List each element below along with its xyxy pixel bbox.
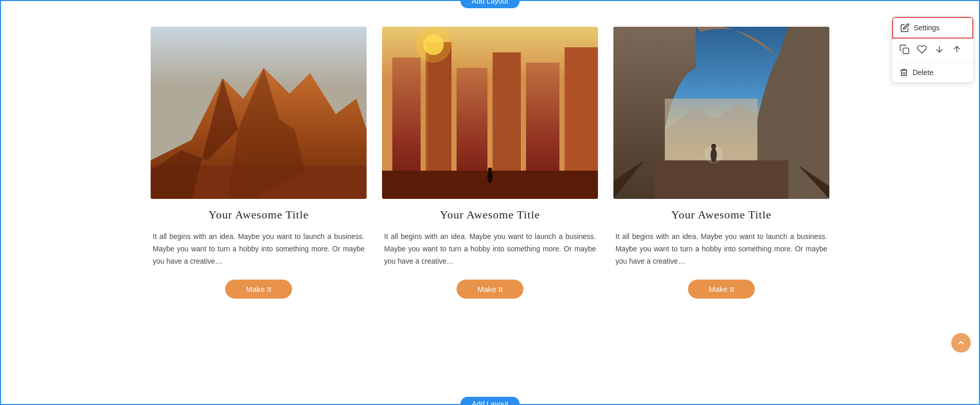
scroll-up-button[interactable] [951,333,971,353]
card-3-image [613,27,829,199]
copy-icon[interactable] [899,44,910,57]
card-2: Your Awesome Title It all begins with an… [382,27,598,299]
svg-point-24 [704,145,723,163]
add-layout-top-button[interactable]: Add Layout [461,0,520,8]
card-1-make-it-button[interactable]: Make It [225,280,292,299]
card-1-image [151,27,367,199]
card-1-title: Your Awesome Title [209,208,309,222]
svg-rect-19 [655,160,788,199]
heart-icon[interactable] [917,44,927,57]
card-1: Your Awesome Title It all begins with an… [151,27,367,299]
svg-point-17 [488,168,492,172]
card-3-description: It all begins with an idea. Maybe you wa… [613,231,829,267]
svg-point-16 [487,171,493,183]
card-2-image [382,27,598,199]
pencil-icon [900,23,910,32]
move-up-icon[interactable] [952,44,962,57]
settings-icons-row [892,39,973,63]
trash-icon [899,68,909,77]
cards-container: Your Awesome Title It all begins with an… [1,1,979,319]
card-3-make-it-button[interactable]: Make It [688,280,754,299]
svg-point-15 [415,27,451,63]
card-1-description: It all begins with an idea. Maybe you wa… [151,231,367,267]
card-2-make-it-button[interactable]: Make It [457,280,523,299]
card-3-title: Your Awesome Title [672,208,772,222]
card-2-description: It all begins with an idea. Maybe you wa… [382,231,598,267]
move-down-icon[interactable] [934,44,945,57]
card-2-title: Your Awesome Title [440,208,540,222]
delete-label: Delete [913,68,933,77]
settings-menu-item[interactable]: Settings [892,17,973,39]
page-wrapper: Add Layout [0,0,980,405]
svg-rect-27 [903,48,909,54]
delete-menu-item[interactable]: Delete [892,63,973,82]
add-layout-bottom-button[interactable]: Add Layout [461,397,520,405]
settings-label: Settings [914,24,940,32]
settings-panel: Settings [892,16,974,83]
card-3: Your Awesome Title It all begins with an… [613,27,829,299]
